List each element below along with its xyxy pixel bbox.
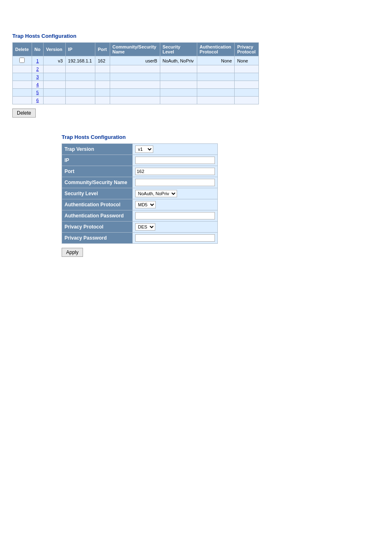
- row-link-3[interactable]: 3: [36, 74, 39, 79]
- form-label-ip: IP: [62, 155, 133, 166]
- select-privacy-protocol[interactable]: DESAES: [135, 223, 155, 231]
- row-security-level: [160, 81, 197, 89]
- row-version: [43, 65, 65, 73]
- row-privacy-protocol: None: [235, 56, 259, 65]
- input-port[interactable]: [135, 168, 215, 175]
- form-field-trap-version[interactable]: v1v2cv3: [132, 144, 217, 155]
- row-ip: [65, 65, 95, 73]
- row-community: [110, 81, 160, 89]
- input-privacy-password[interactable]: [135, 234, 215, 242]
- col-community: Community/SecurityName: [110, 43, 160, 56]
- row-link-6[interactable]: 6: [36, 98, 39, 103]
- row-ip: [65, 97, 95, 104]
- col-no: No: [32, 43, 43, 56]
- select-security-level[interactable]: NoAuth, NoPrivAuth, NoPrivAuth, Priv: [135, 190, 177, 197]
- row-ip: 192.168.1.1: [65, 56, 95, 65]
- input-authentication-password[interactable]: [135, 212, 215, 219]
- row-security-level: [160, 65, 197, 73]
- select-trap-version[interactable]: v1v2cv3: [135, 145, 153, 153]
- apply-button[interactable]: Apply: [62, 248, 83, 257]
- row-security-level: [160, 89, 197, 97]
- form-label-port: Port: [62, 166, 133, 177]
- form-field-privacy-password[interactable]: [132, 233, 217, 244]
- row-link-5[interactable]: 5: [36, 90, 39, 95]
- row-auth-protocol: [197, 97, 235, 104]
- top-section-title: Trap Hosts Configuration: [12, 33, 380, 39]
- row-link-2[interactable]: 2: [36, 67, 39, 72]
- row-community: [110, 97, 160, 104]
- bottom-section-title: Trap Hosts Configuration: [62, 134, 380, 140]
- row-ip: [65, 89, 95, 97]
- form-field-privacy-protocol[interactable]: DESAES: [132, 222, 217, 233]
- row-ip: [65, 73, 95, 81]
- row-port: [95, 65, 110, 73]
- form-label-community-security-name: Community/Security Name: [62, 177, 133, 188]
- row-link-1[interactable]: 1: [36, 58, 39, 63]
- row-auth-protocol: [197, 73, 235, 81]
- col-ip: IP: [65, 43, 95, 56]
- row-privacy-protocol: [235, 81, 259, 89]
- row-auth-protocol: [197, 65, 235, 73]
- top-section: Trap Hosts Configuration Delete No Versi…: [12, 33, 380, 118]
- form-label-authentication-protocol: Authentication Protocol: [62, 199, 133, 210]
- select-authentication-protocol[interactable]: MD5SHA: [135, 201, 156, 208]
- row-privacy-protocol: [235, 73, 259, 81]
- row-privacy-protocol: [235, 97, 259, 104]
- form-label-privacy-password: Privacy Password: [62, 233, 133, 244]
- row-auth-protocol: [197, 89, 235, 97]
- form-field-security-level[interactable]: NoAuth, NoPrivAuth, NoPrivAuth, Priv: [132, 188, 217, 199]
- form-field-authentication-protocol[interactable]: MD5SHA: [132, 199, 217, 210]
- form-label-trap-version: Trap Version: [62, 144, 133, 155]
- form-label-privacy-protocol: Privacy Protocol: [62, 222, 133, 233]
- col-version: Version: [43, 43, 65, 56]
- row-community: [110, 89, 160, 97]
- col-auth-protocol: AuthenticationProtocol: [197, 43, 235, 56]
- row-community: userB: [110, 56, 160, 65]
- form-field-authentication-password[interactable]: [132, 210, 217, 222]
- row-security-level: [160, 97, 197, 104]
- row-port: [95, 81, 110, 89]
- form-label-security-level: Security Level: [62, 188, 133, 199]
- delete-button[interactable]: Delete: [12, 108, 36, 118]
- col-privacy-protocol: PrivacyProtocol: [235, 43, 259, 56]
- col-security-level: SecurityLevel: [160, 43, 197, 56]
- row-version: [43, 97, 65, 104]
- row-security-level: NoAuth, NoPriv: [160, 56, 197, 65]
- trap-hosts-form-table: Trap Versionv1v2cv3IPPortCommunity/Secur…: [62, 143, 218, 244]
- form-label-authentication-password: Authentication Password: [62, 210, 133, 222]
- row-link-4[interactable]: 4: [36, 82, 39, 87]
- row-port: [95, 97, 110, 104]
- row-port: [95, 89, 110, 97]
- row-version: v3: [43, 56, 65, 65]
- form-field-ip[interactable]: [132, 155, 217, 166]
- form-field-port[interactable]: [132, 166, 217, 177]
- input-community-security-name[interactable]: [135, 179, 215, 186]
- row-ip: [65, 81, 95, 89]
- row-version: [43, 73, 65, 81]
- row-auth-protocol: None: [197, 56, 235, 65]
- row-port: 162: [95, 56, 110, 65]
- row-checkbox-1[interactable]: [19, 58, 25, 63]
- row-security-level: [160, 73, 197, 81]
- row-community: [110, 65, 160, 73]
- col-delete: Delete: [13, 43, 32, 56]
- trap-hosts-table: Delete No Version IP Port Community/Secu…: [12, 42, 259, 104]
- col-port: Port: [95, 43, 110, 56]
- row-privacy-protocol: [235, 65, 259, 73]
- row-version: [43, 89, 65, 97]
- form-field-community-security-name[interactable]: [132, 177, 217, 188]
- row-version: [43, 81, 65, 89]
- input-ip[interactable]: [135, 157, 215, 164]
- bottom-section: Trap Hosts Configuration Trap Versionv1v…: [62, 134, 380, 257]
- row-privacy-protocol: [235, 89, 259, 97]
- row-auth-protocol: [197, 81, 235, 89]
- row-port: [95, 73, 110, 81]
- row-community: [110, 73, 160, 81]
